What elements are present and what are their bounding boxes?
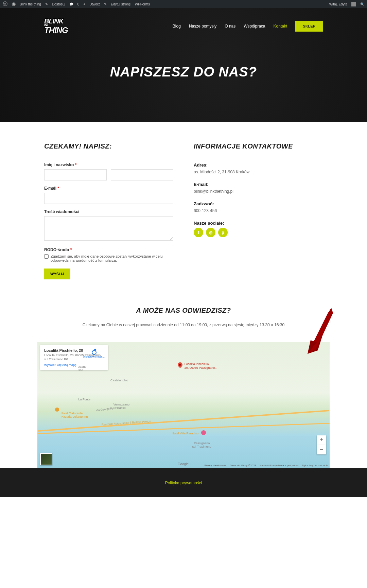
info-heading: INFORMACJE KONTAKTOWE	[194, 142, 323, 150]
privacy-link[interactable]: Polityka prywatności	[165, 481, 202, 485]
address-value: os. Młodości 2, 31-908 Kraków	[194, 170, 323, 174]
admin-comments-icon[interactable]: 💬	[69, 2, 73, 6]
social-icons: f ◎ p	[194, 228, 323, 237]
nav-blog[interactable]: Blog	[173, 24, 181, 29]
map-pin-label: Località Pischiello, 20, 06065 Passignan…	[185, 362, 217, 370]
map-hotel1-pin-icon	[55, 408, 59, 412]
info-email-value: blink@blinkthething.pl	[194, 189, 323, 194]
submit-button[interactable]: WYŚLIJ	[44, 269, 70, 279]
email-input[interactable]	[44, 193, 173, 204]
directions-icon	[91, 348, 97, 354]
nav-onas[interactable]: O nas	[225, 24, 235, 29]
map-footer-links: Skróty klawiszowe Dane do Mapy ©2023 War…	[204, 464, 328, 467]
map-shortcuts-link[interactable]: Skróty klawiszowe	[204, 464, 226, 467]
phone-value: 600-123-456	[194, 208, 323, 213]
wp-admin-bar: 🔘 Blink the thing ✎ Dostosuj 💬 0 + Utwór…	[0, 0, 367, 8]
site-footer: Polityka prywatności	[0, 468, 367, 497]
map-label-hotel2: Hotel Villa Paradiso	[172, 432, 198, 435]
map-label-castelonchio: Castelonchio	[110, 379, 128, 382]
address-label: Adres:	[194, 162, 323, 168]
nav-links: Blog Nasze pomysły O nas Współpraca Kont…	[173, 21, 323, 32]
map-zoom-out[interactable]: −	[317, 445, 326, 454]
hero-section: BLINK the THING Blog Nasze pomysły O nas…	[0, 8, 367, 122]
info-column: INFORMACJE KONTAKTOWE Adres: os. Młodośc…	[194, 142, 323, 279]
main-nav: BLINK the THING Blog Nasze pomysły O nas…	[44, 8, 323, 44]
visit-subtitle: Czekamy na Ciebie w naszej pracowni codz…	[44, 323, 323, 327]
social-label: Nasze sociale:	[194, 221, 323, 226]
admin-site-link[interactable]: Blink the thing	[20, 2, 41, 6]
map-report-link[interactable]: Zgłoś błąd w mapach	[302, 464, 328, 467]
map-info-card: Wskazówki doja... Località Pischiello, 2…	[40, 345, 108, 370]
map-label-hotel1: Hotel Ristorante Pizzeria Volante Inn	[61, 412, 88, 418]
map-hotel2-pin-icon	[201, 430, 206, 435]
name-label: Imię i nazwisko *	[44, 162, 173, 167]
info-email-label: E-mail:	[194, 182, 323, 187]
admin-dashboard-icon[interactable]: 🔘	[12, 2, 16, 6]
admin-edit-icon[interactable]: ✎	[104, 2, 107, 6]
admin-new-link[interactable]: Utwórz	[89, 2, 100, 6]
message-textarea[interactable]	[44, 216, 173, 241]
instagram-icon[interactable]: ◎	[206, 228, 215, 237]
nav-wspolpraca[interactable]: Współpraca	[244, 24, 265, 29]
admin-customize-icon[interactable]: ✎	[45, 2, 48, 6]
visit-heading: A MOŻE NAS ODWIEDZISZ?	[44, 307, 323, 314]
facebook-icon[interactable]: f	[194, 228, 203, 237]
email-label: E-mail *	[44, 186, 173, 191]
rodo-label: RODO-środo *	[44, 247, 173, 252]
pinterest-icon[interactable]: p	[218, 228, 228, 237]
admin-avatar-icon[interactable]	[351, 2, 356, 6]
message-label: Treść wiadomości	[44, 209, 173, 214]
last-name-input[interactable]	[111, 169, 173, 180]
admin-greeting[interactable]: Witaj, Edyta	[329, 2, 347, 6]
map-zoom-controls: + −	[317, 435, 326, 454]
google-logo: Google	[178, 462, 189, 466]
visit-section: A MOŻE NAS ODWIEDZISZ? Czekamy na Ciebie…	[37, 293, 330, 342]
map-zoom-in[interactable]: +	[317, 435, 326, 445]
main-content: CZEKAMY! NAPISZ: Imię i nazwisko * E-mai…	[37, 122, 330, 293]
map-label-road-byron: Via George Byron	[96, 406, 118, 412]
admin-wpforms-link[interactable]: WPForms	[135, 2, 150, 6]
site-logo[interactable]: BLINK the THING	[44, 18, 68, 34]
logo-line2: THING	[44, 27, 68, 34]
admin-customize-link[interactable]: Dostosuj	[52, 2, 65, 6]
phone-label: Zadzwoń:	[194, 201, 323, 206]
map-satellite-toggle[interactable]	[40, 453, 52, 465]
rodo-text: Zgadzam się, aby moje dane osobowe zosta…	[51, 254, 173, 262]
wp-logo-icon[interactable]	[3, 1, 7, 7]
rodo-checkbox[interactable]	[44, 254, 49, 259]
map-label-lafonte: La Fonte	[78, 398, 90, 401]
map-pin-icon	[178, 362, 183, 370]
admin-search-icon[interactable]: 🔍	[360, 2, 364, 6]
form-heading: CZEKAMY! NAPISZ:	[44, 142, 173, 150]
map-label-zzano: zzano sso	[78, 365, 86, 372]
map-directions-link[interactable]: Wskazówki doja...	[83, 348, 105, 358]
map-larger-link[interactable]: Wyświetl większą mapę	[44, 363, 104, 367]
hero-title: NAPISZESZ DO NAS?	[44, 64, 323, 80]
map-main-pin[interactable]: Località Pischiello, 20, 06065 Passignan…	[178, 362, 217, 370]
admin-edit-link[interactable]: Edytuj stronę	[111, 2, 130, 6]
first-name-input[interactable]	[44, 169, 107, 180]
nav-kontakt[interactable]: Kontakt	[274, 24, 287, 29]
map-embed[interactable]: Wskazówki doja... Località Pischiello, 2…	[37, 342, 330, 468]
admin-comments-count[interactable]: 0	[77, 2, 80, 6]
form-column: CZEKAMY! NAPISZ: Imię i nazwisko * E-mai…	[44, 142, 173, 279]
map-data-attribution: Dane do Mapy ©2023	[230, 464, 256, 467]
nav-pomysly[interactable]: Nasze pomysły	[189, 24, 216, 29]
map-terms-link[interactable]: Warunki korzystania z programu	[260, 464, 298, 467]
shop-button[interactable]: SKLEP	[295, 21, 323, 32]
map-label-passignano: Passignano sul Trasimeno	[192, 442, 211, 448]
admin-new-icon[interactable]: +	[83, 2, 85, 6]
